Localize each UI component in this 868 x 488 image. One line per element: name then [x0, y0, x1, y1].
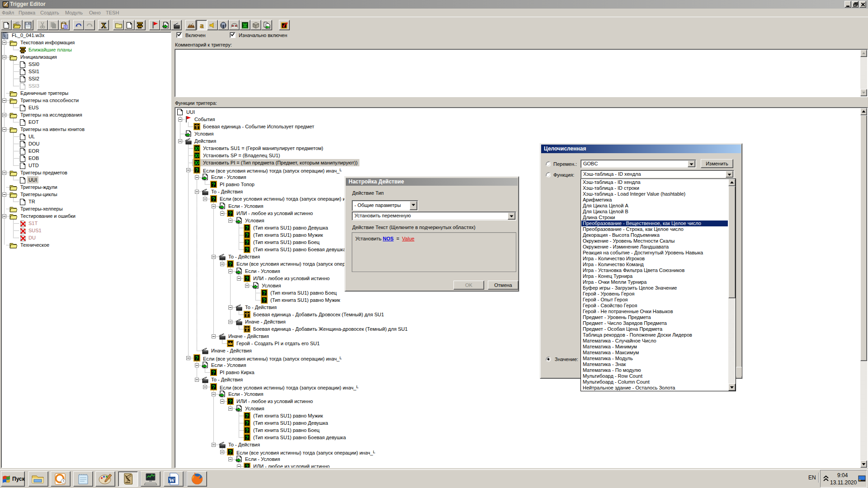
svg-text:?: ? — [245, 435, 249, 441]
svg-text:?: ? — [245, 239, 249, 246]
svg-text:?: ? — [263, 297, 266, 304]
svg-text:?: ? — [245, 232, 249, 239]
svg-text:?: ? — [195, 167, 198, 174]
svg-text:?: ? — [245, 413, 249, 419]
svg-text:?: ? — [212, 182, 215, 188]
svg-text:?: ? — [245, 247, 249, 253]
svg-text:?: ? — [212, 196, 215, 202]
svg-text:?: ? — [229, 261, 232, 267]
svg-text:?: ? — [212, 370, 215, 376]
svg-text:?: ? — [245, 276, 249, 282]
svg-text:?: ? — [195, 355, 198, 361]
svg-text:?: ? — [245, 420, 249, 427]
svg-text:W: W — [169, 477, 175, 483]
svg-text:a: a — [200, 22, 204, 29]
svg-text:X: X — [194, 145, 198, 152]
svg-text:X: X — [194, 153, 198, 159]
svg-text:?: ? — [245, 464, 249, 468]
svg-text:X: X — [194, 160, 198, 166]
svg-text:?: ? — [212, 384, 215, 390]
svg-text:?: ? — [229, 399, 232, 405]
svg-text:?: ? — [245, 225, 249, 231]
svg-text:?: ? — [229, 449, 232, 455]
svg-text:?: ? — [245, 427, 249, 434]
svg-text:X: X — [101, 22, 106, 29]
svg-text:?: ? — [263, 290, 266, 296]
svg-text:?: ? — [229, 211, 232, 217]
